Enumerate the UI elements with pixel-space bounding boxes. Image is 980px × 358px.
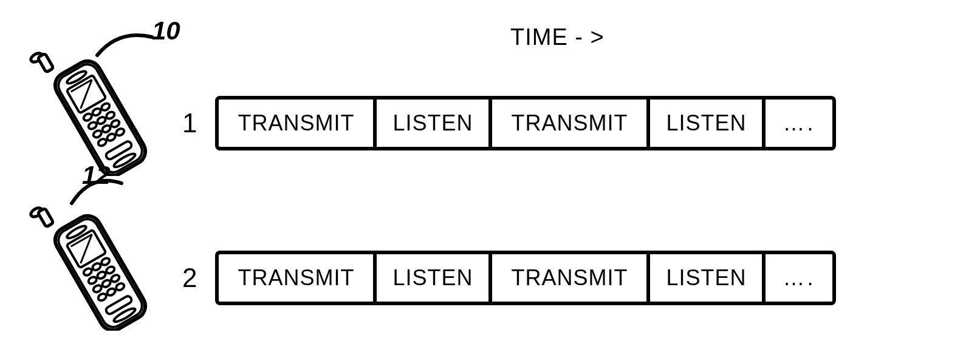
slot-cell: LISTEN bbox=[377, 100, 492, 147]
diagram-container: TIME - > 10 bbox=[0, 0, 980, 358]
slot-cell: TRANSMIT bbox=[492, 254, 650, 302]
slot-cell: TRANSMIT bbox=[219, 100, 377, 147]
svg-rect-23 bbox=[38, 208, 53, 227]
row-1-slots: TRANSMIT LISTEN TRANSMIT LISTEN …. bbox=[215, 96, 836, 150]
slot-cell: TRANSMIT bbox=[492, 100, 650, 147]
phone-1-wrap: 10 bbox=[18, 39, 176, 176]
slot-cell: …. bbox=[766, 254, 832, 302]
device-2-callout: 12 bbox=[82, 161, 111, 190]
row-2-slots: TRANSMIT LISTEN TRANSMIT LISTEN …. bbox=[215, 251, 836, 305]
phone-2-wrap: 12 bbox=[18, 194, 176, 331]
svg-rect-1 bbox=[38, 53, 53, 72]
device-row-1: 10 bbox=[18, 39, 836, 176]
slot-cell: LISTEN bbox=[650, 100, 766, 147]
slot-cell: LISTEN bbox=[377, 254, 492, 302]
slot-cell: …. bbox=[766, 100, 832, 147]
phone-icon bbox=[18, 194, 164, 331]
device-1-callout: 10 bbox=[152, 16, 180, 46]
slot-cell: LISTEN bbox=[650, 254, 766, 302]
row-2-number: 2 bbox=[182, 263, 197, 293]
device-row-2: 12 bbox=[18, 194, 836, 331]
slot-cell: TRANSMIT bbox=[219, 254, 377, 302]
row-1-number: 1 bbox=[182, 108, 197, 138]
